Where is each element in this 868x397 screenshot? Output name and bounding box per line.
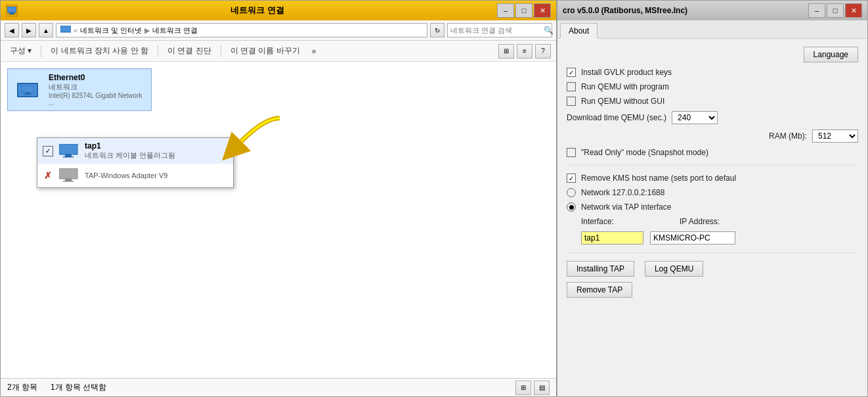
configure-button[interactable]: 구성 ▾ [6,44,35,58]
remove-kms-row: ✓ Remove KMS host name (sets port to def… [567,174,858,183]
close-button[interactable]: ✕ [534,3,551,18]
kms-close-button[interactable]: ✕ [845,3,862,18]
toolbar-separator-2 [158,45,158,57]
search-input[interactable] [450,26,541,34]
install-gvlk-row: ✓ Install GVLK product keys [567,68,858,77]
network-tap-row: Network via TAP interface [567,202,858,212]
remove-kms-checkbox[interactable]: ✓ [567,174,576,183]
svg-rect-3 [60,26,71,32]
run-qemu-with-row: Run QEMU with program [567,82,858,91]
network-127-radio[interactable] [567,188,576,197]
back-button[interactable]: ◀ [5,23,19,37]
network-tap-label: Network via TAP interface [581,202,671,212]
search-icon: 🔍 [544,26,553,35]
installing-tap-button[interactable]: Installing TAP [567,261,634,277]
remove-kms-label: Remove KMS host name (sets port to defau… [581,174,736,183]
readonly-row: "Read Only" mode (Snapshot mode) [567,148,858,157]
remove-tap-button[interactable]: Remove TAP [567,282,632,298]
search-bar[interactable]: 🔍 [447,23,552,37]
kms-content: Language ✓ Install GVLK product keys Run… [557,39,867,396]
refresh-button[interactable]: ↻ [430,23,445,37]
status-view-btn2[interactable]: ▤ [534,381,550,395]
kms-minimize-button[interactable]: – [808,3,825,18]
tap1-adapter-icon [58,143,79,160]
tap-windows-menu-item[interactable]: ✗ TAP-Windows Adapter V9 [37,164,233,187]
disable-device-button[interactable]: 이 네트워크 장치 사용 안 함 [47,44,152,58]
kms-titlebar-buttons: – □ ✕ [808,3,862,18]
toolbar-separator-3 [221,45,221,57]
ethernet0-type: Intel(R) 82574L Gigabit Network ... [49,92,147,106]
download-time-select[interactable]: 240 120 180 300 600 [672,111,718,124]
network-window-title: 네트워크 연결 [18,5,497,16]
svg-rect-9 [63,156,74,158]
tab-about[interactable]: About [560,23,597,39]
tap-windows-x-mark: ✗ [43,170,53,181]
kms-maximize-button[interactable]: □ [827,3,844,18]
divider-2 [567,252,858,253]
forward-button[interactable]: ▶ [22,23,36,37]
tap1-label: tap1 네트워크 케이블 언플러그됨 [85,141,175,160]
ram-label: RAM (Mb): [769,131,807,141]
svg-rect-5 [26,93,30,94]
run-qemu-without-checkbox[interactable] [567,97,576,106]
rename-button[interactable]: 이 연결 이름 바꾸기 [227,44,304,58]
network-127-row: Network 127.0.0.2:1688 [567,188,858,197]
ethernet0-adapter[interactable]: Ethernet0 네트워크 Intel(R) 82574L Gigabit N… [7,68,152,111]
svg-rect-12 [63,181,74,182]
language-button[interactable]: Language [804,47,858,62]
svg-rect-2 [9,14,15,14]
run-qemu-with-label: Run QEMU with program [581,82,669,91]
kms-titlebar: cro v5.0.0 (Ratiborus, MSfree.Inc) – □ ✕ [557,1,867,20]
items-count: 2개 항목 [7,382,37,393]
network-tap-radio[interactable] [567,202,576,212]
tap-context-menu: ✓ tap1 네트워크 케이블 언플러그됨 ✗ [37,137,234,188]
network-127-label: Network 127.0.0.2:1688 [581,188,664,197]
download-time-row: Download time QEMU (sec.) 240 120 180 30… [567,111,858,124]
toolbar-separator [41,45,41,57]
toolbar: 구성 ▾ 이 네트워크 장치 사용 안 함 이 연결 진단 이 연결 이름 바꾸… [1,41,556,62]
up-button[interactable]: ▲ [39,23,53,37]
tap1-menu-item[interactable]: ✓ tap1 네트워크 케이블 언플러그됨 [37,138,233,164]
maximize-button[interactable]: □ [515,3,532,18]
breadcrumb-arrow: ▶ [144,26,150,35]
svg-rect-1 [10,12,14,14]
minimize-button[interactable]: – [497,3,514,18]
view-details-button[interactable]: ≡ [517,44,532,58]
language-row: Language [567,47,858,62]
log-qemu-button[interactable]: Log QEMU [645,261,703,277]
svg-rect-6 [24,94,32,95]
svg-rect-11 [65,179,72,181]
interface-label: Interface: [581,217,614,226]
interface-ip-inputs-row [581,231,858,245]
ram-select[interactable]: 512 256 1024 [812,129,858,143]
remove-tap-row: Remove TAP [567,282,858,298]
divider [567,165,858,166]
breadcrumb[interactable]: « 네트워크 및 인터넷 ▶ 네트워크 연결 [56,23,427,37]
address-bar: ◀ ▶ ▲ « 네트워크 및 인터넷 ▶ 네트워크 연결 ↻ 🔍 [1,20,556,41]
install-gvlk-checkbox[interactable]: ✓ [567,68,576,77]
run-qemu-without-label: Run QEMU without GUI [581,97,664,106]
diagnose-button[interactable]: 이 연결 진단 [163,44,215,58]
kms-window: cro v5.0.0 (Ratiborus, MSfree.Inc) – □ ✕… [557,0,868,397]
network-window-titlebar: 네트워크 연결 – □ ✕ [1,1,556,20]
help-button[interactable]: ? [535,44,551,58]
readonly-checkbox[interactable] [567,148,576,157]
view-options-button[interactable]: ⊞ [498,44,514,58]
ethernet0-name: Ethernet0 [49,73,147,82]
tap-windows-icon [58,167,79,184]
status-view-btn1[interactable]: ⊞ [515,381,531,395]
breadcrumb-current: 네트워크 연결 [152,26,198,35]
network-connections-window: 네트워크 연결 – □ ✕ ◀ ▶ ▲ « 네트워크 및 인터넷 ▶ 네트워크 … [0,0,557,397]
status-right-buttons: ⊞ ▤ [515,381,550,395]
kms-title: cro v5.0.0 (Ratiborus, MSfree.Inc) [563,6,808,15]
ethernet0-status: 네트워크 [49,82,147,92]
run-qemu-with-checkbox[interactable] [567,82,576,91]
svg-rect-0 [7,7,16,12]
breadcrumb-separator: « [74,26,77,34]
more-button[interactable]: » [308,45,320,57]
status-bar: 2개 항목 1개 항목 선택함 ⊞ ▤ [1,378,556,396]
tap1-checkmark: ✓ [43,146,53,156]
svg-rect-10 [59,168,77,179]
ip-address-input[interactable] [650,231,735,245]
interface-input[interactable] [581,231,643,245]
